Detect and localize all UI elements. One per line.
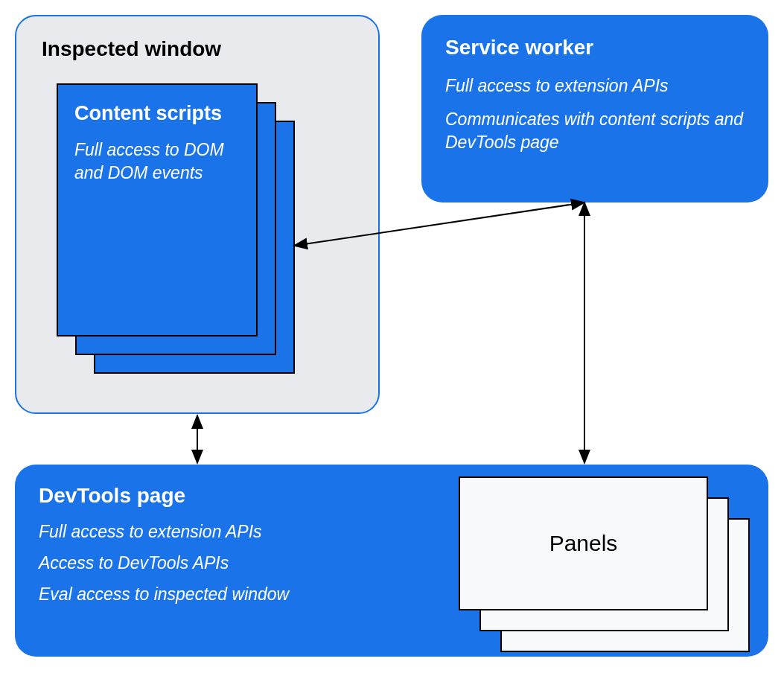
- service-worker-line1: Full access to extension APIs: [445, 74, 745, 98]
- panel-card-front: Panels: [459, 476, 708, 610]
- service-worker-box: Service worker Full access to extension …: [421, 15, 768, 202]
- panels-label: Panels: [549, 531, 618, 556]
- inspected-window-box: Inspected window Content scripts Full ac…: [15, 15, 380, 414]
- inspected-window-title: Inspected window: [42, 37, 353, 61]
- content-scripts-title: Content scripts: [74, 101, 240, 127]
- content-scripts-card-front: Content scripts Full access to DOM and D…: [57, 83, 258, 336]
- panels-stack: Panels: [459, 476, 756, 655]
- content-scripts-desc: Full access to DOM and DOM events: [74, 138, 240, 185]
- content-scripts-stack: Content scripts Full access to DOM and D…: [57, 83, 287, 381]
- service-worker-title: Service worker: [445, 36, 745, 60]
- service-worker-line2: Communicates with content scripts and De…: [445, 108, 745, 154]
